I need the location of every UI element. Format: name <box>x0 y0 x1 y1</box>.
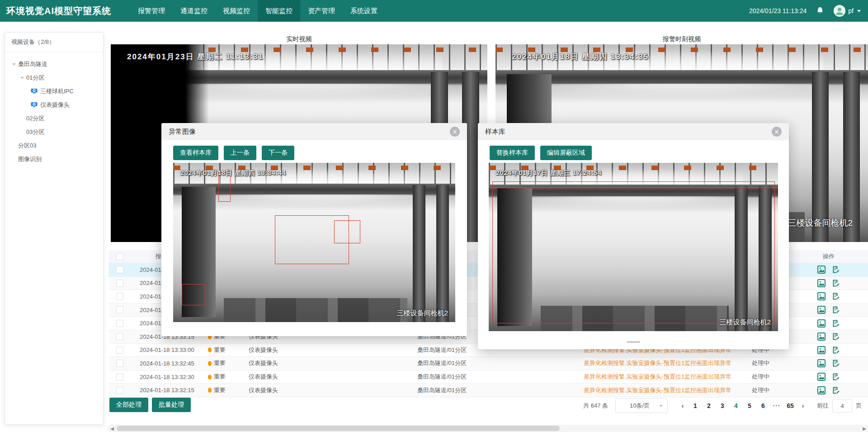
alarm-message-link[interactable]: 差异化检测报警,实验室摄像头-预置位1监控画面出现异常 <box>579 359 747 367</box>
edit-mask-area-button[interactable]: 编辑屏蔽区域 <box>540 146 592 160</box>
view-sample-lib-button[interactable]: 查看样本库 <box>173 146 218 160</box>
page-button-6[interactable]: 6 <box>756 402 770 409</box>
edit-record-icon[interactable] <box>832 332 840 341</box>
level-label: 重要 <box>214 346 226 354</box>
tree-node-label: 桑田岛隧道 <box>18 60 47 68</box>
edit-record-icon[interactable] <box>832 319 840 328</box>
row-checkbox[interactable] <box>116 266 123 273</box>
edit-record-icon[interactable] <box>832 266 840 274</box>
page-button-2[interactable]: 2 <box>702 402 716 409</box>
nav-item-3[interactable]: 视频监控 <box>215 0 258 22</box>
tree-node-1[interactable]: 桑田岛隧道 <box>5 57 103 71</box>
view-image-icon[interactable] <box>817 292 826 300</box>
caret-down-icon[interactable] <box>20 77 26 79</box>
row-checkbox[interactable] <box>116 347 123 354</box>
tree-node-7[interactable]: 分区03 <box>5 139 103 152</box>
row-checkbox[interactable] <box>116 373 123 380</box>
edit-record-icon[interactable] <box>832 359 840 367</box>
username: pf <box>848 7 854 14</box>
page-button-5[interactable]: 5 <box>743 402 756 409</box>
select-all-checkbox[interactable] <box>116 253 123 260</box>
operation-cell <box>789 306 868 314</box>
next-page-button[interactable]: › <box>797 402 809 409</box>
nav-item-6[interactable]: 系统设置 <box>343 0 385 22</box>
goto-page-input[interactable] <box>832 399 852 413</box>
alarm-message-link[interactable]: 差异化检测报警,实验室摄像头-预置位1监控画面出现异常 <box>579 373 747 381</box>
row-checkbox[interactable] <box>116 360 123 367</box>
view-image-icon[interactable] <box>817 386 826 394</box>
view-image-icon[interactable] <box>817 319 826 328</box>
page-button-4[interactable]: 4 <box>729 402 743 409</box>
nav-item-4[interactable]: 智能监控 <box>258 0 300 22</box>
view-image-icon[interactable] <box>817 359 826 367</box>
next-item-button[interactable]: 下一条 <box>262 146 294 160</box>
row-checkbox[interactable] <box>116 306 123 313</box>
total-count: 共 647 条 <box>583 402 608 410</box>
prev-item-button[interactable]: 上一条 <box>224 146 256 160</box>
process-batch-button[interactable]: 批量处理 <box>152 398 191 412</box>
page-button-65[interactable]: 65 <box>783 402 797 409</box>
prev-page-button[interactable]: ‹ <box>677 402 689 409</box>
view-image-icon[interactable] <box>817 306 826 314</box>
view-image-icon[interactable] <box>817 373 826 381</box>
notification-bell-icon[interactable] <box>816 6 825 15</box>
horizontal-scrollbar[interactable]: ◀ ▶ <box>108 425 868 432</box>
page-button-3[interactable]: 3 <box>716 402 729 409</box>
sample-image-timestamp: 2024年01月17日 星期三 17:24:54 <box>496 169 602 177</box>
header-checkbox-cell <box>108 253 131 260</box>
level-dot-icon <box>208 361 212 366</box>
live-video-title: 实时视频 <box>111 35 487 43</box>
operation-cell <box>789 319 868 328</box>
alarm-message-link[interactable]: 差异化检测报警,实验室摄像头-预置位1监控画面出现异常 <box>579 386 747 394</box>
row-checkbox[interactable] <box>116 320 123 327</box>
edit-record-icon[interactable] <box>832 292 840 300</box>
replace-sample-button[interactable]: 替换样本库 <box>490 146 535 160</box>
page-button-1[interactable]: 1 <box>689 402 702 409</box>
row-checkbox[interactable] <box>116 280 123 287</box>
tree-node-8[interactable]: 图像识别 <box>5 152 103 166</box>
nav-item-1[interactable]: 报警管理 <box>130 0 173 22</box>
user-menu[interactable]: pf <box>834 5 861 17</box>
scroll-right-icon[interactable]: ▶ <box>861 425 868 432</box>
edit-record-icon[interactable] <box>832 386 840 394</box>
tree-node-2[interactable]: 01分区 <box>5 71 103 85</box>
footer-actions: 全部处理 批量处理 <box>109 398 191 412</box>
close-icon[interactable] <box>772 127 782 137</box>
row-checkbox[interactable] <box>116 293 123 300</box>
edit-record-icon[interactable] <box>832 373 840 381</box>
edit-record-icon[interactable] <box>832 306 840 314</box>
goto-suffix: 页 <box>856 402 862 410</box>
page-size-select[interactable]: 10条/页 <box>615 399 668 413</box>
row-checkbox-cell <box>108 280 131 287</box>
caret-down-icon[interactable] <box>12 63 18 66</box>
alarm-time-cell: 2024-01-18 13:32:15 <box>131 387 203 394</box>
scrollbar-thumb[interactable] <box>117 426 560 431</box>
view-image-icon[interactable] <box>817 266 826 274</box>
close-icon[interactable] <box>450 127 460 137</box>
camera-icon <box>31 88 38 95</box>
tree-node-3[interactable]: 三楼球机IPC <box>5 85 103 98</box>
process-all-button[interactable]: 全部处理 <box>109 398 148 412</box>
tree-node-label: 分区03 <box>18 142 36 150</box>
row-checkbox[interactable] <box>116 333 123 340</box>
carousel-indicator[interactable] <box>627 341 640 343</box>
nav-item-2[interactable]: 通道监控 <box>173 0 215 22</box>
row-checkbox[interactable] <box>116 387 123 394</box>
sample-modal-buttons: 替换样本库 编辑屏蔽区域 <box>478 140 789 160</box>
nav-item-5[interactable]: 资产管理 <box>300 0 343 22</box>
edit-record-icon[interactable] <box>832 346 840 354</box>
tree-node-5[interactable]: 02分区 <box>5 112 103 125</box>
view-image-icon[interactable] <box>817 332 826 341</box>
pagination-ellipsis[interactable]: ··· <box>770 402 783 409</box>
edit-record-icon[interactable] <box>832 279 840 287</box>
view-image-icon[interactable] <box>817 346 826 354</box>
view-image-icon[interactable] <box>817 279 826 287</box>
level-dot-icon <box>208 375 212 380</box>
alarm-time-cell: 2024-01-18 13:33:00 <box>131 347 203 353</box>
tree-node-label: 仪表摄像头 <box>40 101 70 109</box>
page-size-value: 10条/页 <box>620 402 659 410</box>
tree-node-6[interactable]: 03分区 <box>5 125 103 139</box>
row-checkbox-cell <box>108 306 131 313</box>
scroll-left-icon[interactable]: ◀ <box>108 425 116 432</box>
tree-node-4[interactable]: 仪表摄像头 <box>5 98 103 112</box>
